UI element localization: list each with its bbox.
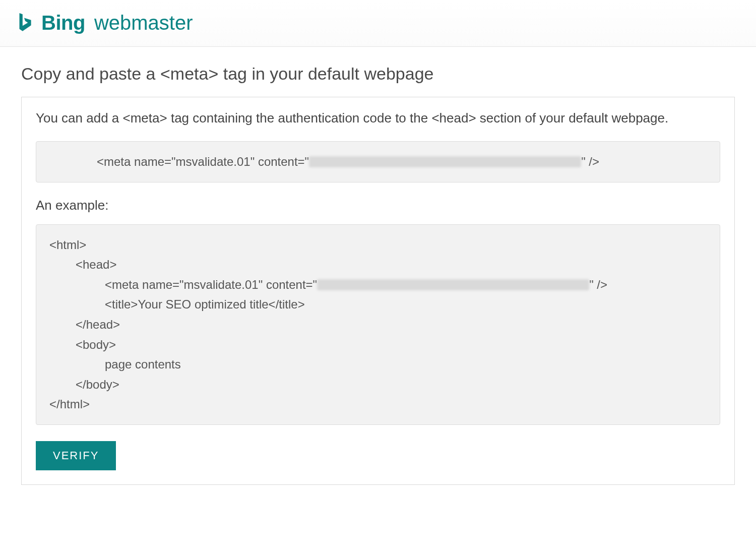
example-meta-suffix: " /> [589,278,607,291]
verify-button[interactable]: VERIFY [36,441,116,470]
description-text: You can add a <meta> tag containing the … [36,109,720,127]
example-label: An example: [36,198,720,213]
meta-snippet-prefix: <meta name="msvalidate.01" content=" [97,155,309,168]
example-meta-prefix: <meta name="msvalidate.01" content=" [105,278,317,291]
redacted-auth-code [309,156,581,167]
redacted-auth-code [317,279,589,290]
verification-panel: You can add a <meta> tag containing the … [21,97,735,485]
meta-snippet-suffix: " /> [581,155,599,168]
bing-logo-icon [15,11,34,34]
page-body: Copy and paste a <meta> tag in your defa… [0,47,756,485]
example-line: </body> [49,375,707,395]
example-line: <title>Your SEO optimized title</title> [49,294,707,315]
example-line: page contents [49,354,707,375]
meta-tag-snippet[interactable]: <meta name="msvalidate.01" content="" /> [36,141,720,182]
product-name: webmaster [94,12,193,34]
example-line: <body> [49,335,707,355]
example-line: <meta name="msvalidate.01" content="" /> [49,275,707,295]
header: Bing webmaster [0,0,756,47]
example-line: <html> [49,235,707,255]
example-line: <head> [49,255,707,275]
example-line: </html> [49,394,707,414]
page-title: Copy and paste a <meta> tag in your defa… [21,64,735,84]
example-code-block[interactable]: <html><head><meta name="msvalidate.01" c… [36,224,720,425]
example-line: </head> [49,315,707,335]
brand-name: Bing [41,12,85,34]
